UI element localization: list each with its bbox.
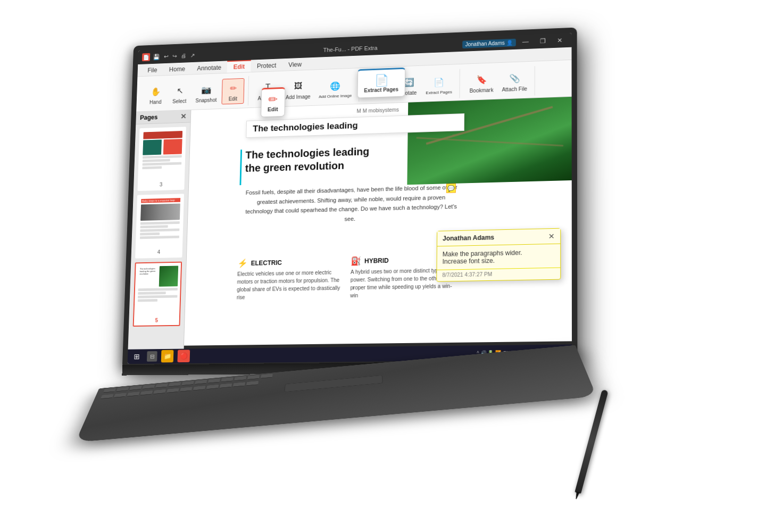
restore-btn[interactable]: ❐ [535, 34, 550, 48]
pages-scroll[interactable]: 3 Baby steps to a massive leap [127, 122, 190, 359]
extract-tooltip-label: Extract Pages [364, 87, 398, 94]
attach-file-btn[interactable]: 📎 Attach File [498, 68, 530, 95]
pages-header: Pages ✕ [136, 110, 190, 124]
hybrid-title-text: HYBRID [364, 257, 388, 265]
comment-author: Jonathan Adams [442, 234, 494, 242]
tab-edit[interactable]: Edit [227, 60, 251, 73]
comment-close-btn[interactable]: ✕ [548, 232, 554, 240]
thumb-4-line4 [140, 232, 160, 236]
minimize-btn[interactable]: — [518, 35, 532, 49]
start-btn[interactable]: ⊞ [130, 350, 143, 363]
thumb-4-line3 [140, 228, 179, 231]
add-online-image-btn[interactable]: 🌐 Add Online Image [315, 76, 355, 101]
thumb-4-line5 [139, 236, 179, 239]
pdf-app-btn[interactable]: 🔴 [177, 350, 190, 362]
key [219, 384, 232, 388]
main-area: Pages ✕ [127, 97, 571, 361]
thumb-3-line1 [143, 155, 182, 159]
thumb-3-line2 [142, 159, 170, 162]
tab-annotate[interactable]: Annotate [190, 61, 227, 74]
laptop-screen-frame: 📄 💾 ↩ ↪ 🖨 ↗ The-Fu... - PDF Extra Jonath… [122, 28, 577, 369]
key [206, 385, 219, 389]
tab-home[interactable]: Home [163, 62, 191, 75]
electric-icon: ⚡ [237, 258, 248, 268]
aerial-photo [407, 97, 571, 185]
full-scene: 📄 💾 ↩ ↪ 🖨 ↗ The-Fu... - PDF Extra Jonath… [0, 0, 774, 532]
hand-icon: ✋ [148, 84, 163, 98]
comment-line2: Increase font size. [442, 256, 554, 265]
edit-label: Edit [228, 96, 237, 102]
pdf-columns: ⚡ ELECTRIC Electric vehicles use one or … [236, 254, 457, 301]
page-thumb-img-3 [140, 130, 183, 181]
key [127, 392, 140, 396]
pdf-title-banner-text: The technologies leading [252, 121, 357, 134]
extract-pages-icon: 📄 [431, 74, 446, 89]
key [140, 390, 153, 395]
thumb-3-header [143, 131, 182, 139]
extract-pages-btn[interactable]: 📄 Extract Pages [422, 72, 455, 97]
edit-icon: ✏ [226, 81, 240, 95]
thumb-5-top: The technologies leading the green revol… [138, 266, 178, 287]
page-thumb-5[interactable]: The technologies leading the green revol… [132, 262, 182, 327]
toolbar-icon-5: ↗ [190, 52, 195, 59]
extract-tooltip-btn[interactable]: 📄 Extract Pages [357, 68, 405, 98]
page-thumb-3[interactable]: 3 [137, 127, 186, 191]
key [153, 389, 165, 394]
ribbon-group-items-1: ✋ Hand ↖ Select 📷 Snapshot [144, 78, 244, 107]
bookmark-label: Bookmark [469, 87, 493, 94]
ribbon-group-items-4: 🔖 Bookmark 📎 Attach File [466, 68, 530, 96]
page-thumb-4[interactable]: Baby steps to a massive leap [135, 194, 184, 259]
tab-file[interactable]: File [141, 63, 163, 76]
key [221, 377, 233, 382]
edit-tooltip-icon: ✏ [268, 93, 278, 106]
thumb-5-line1 [138, 288, 177, 291]
select-btn[interactable]: ↖ Select [168, 81, 191, 106]
thumb-4-header: Baby steps to a massive leap [141, 198, 180, 203]
edit-btn[interactable]: ✏ Edit [221, 78, 244, 105]
user-badge: Jonathan Adams 👤 [462, 38, 515, 48]
folder-app-btn[interactable]: 📁 [161, 350, 173, 363]
pdf-content: M M mobisystems The technologies leading [184, 97, 572, 360]
comment-popup: Jonathan Adams ✕ Make the paragraphs wid… [436, 228, 561, 282]
teal-accent-line [239, 149, 242, 185]
key [116, 387, 129, 392]
close-btn[interactable]: ✕ [552, 33, 567, 48]
key [181, 381, 194, 386]
pages-title: Pages [139, 114, 157, 121]
key [194, 380, 207, 385]
key [129, 386, 142, 390]
comment-note-icon[interactable]: 💬 [446, 184, 455, 193]
extract-pages-label: Extract Pages [426, 90, 452, 95]
edit-tooltip-btn[interactable]: ✏ Edit [261, 87, 285, 118]
thumb-3-line4 [142, 166, 162, 169]
pages-panel: Pages ✕ [127, 110, 191, 361]
hand-label: Hand [149, 99, 161, 105]
hand-btn[interactable]: ✋ Hand [144, 82, 167, 107]
pages-close-btn[interactable]: ✕ [180, 112, 186, 120]
thumb-4-car [140, 204, 180, 221]
taskview-btn[interactable]: ⊟ [146, 351, 157, 362]
key [103, 388, 116, 393]
key [207, 378, 220, 383]
key [260, 373, 272, 378]
toolbar-icon-2: ↩ [163, 53, 168, 60]
brand-text: M mobisystems [362, 107, 398, 114]
snapshot-icon: 📷 [199, 82, 213, 97]
app-icon: 📄 [142, 53, 149, 61]
tab-protect[interactable]: Protect [251, 59, 282, 72]
thumb-4-line1 [140, 221, 179, 225]
key [166, 388, 179, 393]
bookmark-btn[interactable]: 🔖 Bookmark [466, 70, 496, 96]
electric-title-text: ELECTRIC [251, 259, 282, 267]
page-num-4: 4 [138, 249, 179, 255]
snapshot-btn[interactable]: 📷 Snapshot [192, 80, 220, 105]
user-name: Jonathan Adams [465, 40, 504, 47]
attach-file-label: Attach File [502, 86, 527, 93]
comment-timestamp: 8/7/2021 4:37:27 PM [437, 268, 560, 281]
attach-file-icon: 📎 [507, 71, 522, 86]
add-image-btn[interactable]: 🖼 Add Image [282, 77, 314, 103]
ribbon-group-tools: ✋ Hand ↖ Select 📷 Snapshot [140, 76, 249, 110]
tab-view[interactable]: View [282, 57, 307, 71]
title-bar-left: 📄 💾 ↩ ↪ 🖨 ↗ [142, 51, 195, 61]
toolbar-icon-4: 🖨 [180, 52, 186, 59]
